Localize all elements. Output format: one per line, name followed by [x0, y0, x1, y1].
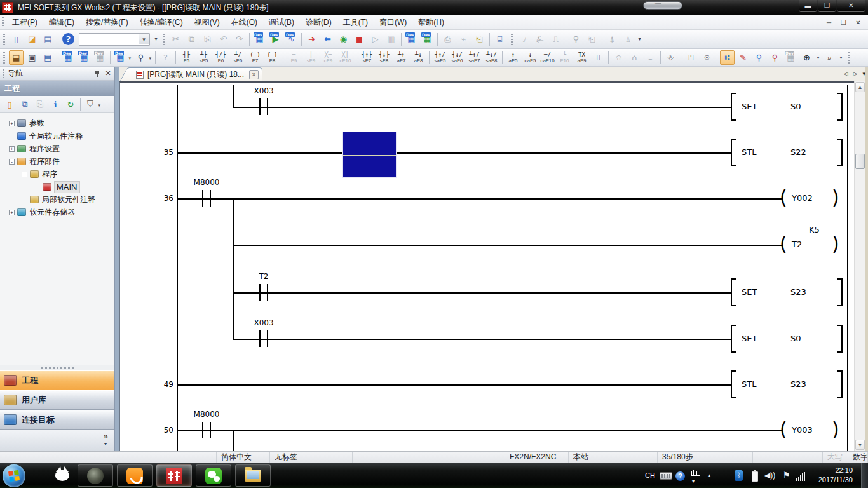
copy-data-icon[interactable]: ⧉ [18, 97, 32, 111]
graph-down-icon[interactable]: ⍙ [621, 32, 635, 46]
ladder-editor-canvas[interactable]: 35364950X003M8000T2X003M8000()Y002()T2K5… [119, 81, 854, 451]
ladder-symbol-caF10[interactable]: ─/caF10 [539, 50, 556, 65]
trace-find-icon[interactable]: ⚲ [569, 32, 583, 46]
menu-7[interactable]: 诊断(D) [300, 16, 337, 29]
sampling-trace-icon[interactable]: ⍻ [517, 32, 531, 46]
read-search-icon[interactable]: ⚲ [752, 50, 766, 65]
vertical-scrollbar[interactable]: ▲ ▼ [854, 81, 865, 451]
trace-window-icon[interactable]: ⎗ [585, 32, 599, 46]
ladder-symbol-aF8[interactable]: ┴↓aF8 [410, 50, 427, 65]
language-indicator[interactable]: CH [645, 471, 655, 479]
view-selector-more[interactable]: » ▾ [0, 430, 114, 451]
cross-reference-icon[interactable]: ⌕ [822, 50, 837, 65]
monitor-pause-icon[interactable]: ▷ [368, 32, 383, 46]
bluetooth-icon[interactable]: ᛒ [735, 470, 743, 481]
ladder-symbol-aF7[interactable]: ┴↑aF7 [393, 50, 410, 65]
taskbar-foobar2000[interactable] [44, 464, 80, 487]
cut-icon[interactable]: ✂ [168, 32, 183, 46]
mdi-minimize-button[interactable]: ─ [823, 17, 835, 28]
tab-close-icon[interactable]: × [249, 70, 259, 79]
paste-icon[interactable]: ⎘ [200, 32, 215, 46]
nav-button-connection[interactable]: 连接目标 [0, 410, 114, 430]
device-ccl-icon[interactable]: ▦Dev [93, 50, 107, 65]
system-monitor-icon[interactable]: ⌸ [492, 32, 507, 46]
collapse-icon[interactable]: - [9, 159, 15, 165]
help-question-icon[interactable]: ? [158, 50, 173, 65]
monitor-cond-icon[interactable]: ▥ [384, 32, 398, 46]
show-desktop-button[interactable] [861, 463, 868, 488]
device-find-icon[interactable]: ⚲▾ [133, 50, 148, 65]
ladder-symbol-aF9[interactable]: TXaF9 [574, 50, 590, 65]
menu-3[interactable]: 转换/编译(C) [134, 16, 189, 29]
ladder-symbol-cF10[interactable]: ╳│cF10 [337, 50, 354, 65]
menu-1[interactable]: 编辑(E) [43, 16, 80, 29]
expand-icon[interactable]: + [9, 121, 15, 126]
write-to-plc-icon[interactable]: ➜ [304, 32, 319, 46]
device-test-icon[interactable]: ∿Dev [284, 32, 299, 46]
ladder-symbol-sF5[interactable]: ┴├sF5 [196, 50, 212, 65]
realtime-monitor-icon[interactable]: ⍼ [532, 32, 547, 46]
tree-item-程序[interactable]: -程序 [0, 168, 114, 180]
copy-icon[interactable]: ⧉ [184, 32, 199, 46]
read-mode-icon[interactable]: ⌂ [627, 50, 642, 65]
monitor-start-icon[interactable]: ◉ [336, 32, 351, 46]
expand-icon[interactable]: + [9, 146, 15, 152]
ladder-symbol-sF8[interactable]: ┤↓├sF8 [376, 50, 393, 65]
menu-5[interactable]: 在线(O) [226, 16, 263, 29]
scroll-down-icon[interactable]: ▼ [855, 440, 865, 450]
sort-filter-icon[interactable]: ⛉▾ [83, 97, 97, 111]
device-comment-icon[interactable]: ▦Dev [252, 32, 267, 46]
read-from-plc-icon[interactable]: ⬅ [320, 32, 335, 46]
verify-icon[interactable]: ⎙ [440, 32, 455, 46]
close-button[interactable]: ✕ [837, 0, 865, 12]
stop-watch-icon[interactable]: ▦Dev [420, 32, 435, 46]
ladder-symbol-F9[interactable]: ─F9 [286, 50, 302, 65]
tab-scroll-left-icon[interactable]: ◁ [844, 71, 848, 77]
write-search-icon[interactable]: ⚲ [768, 50, 782, 65]
save-project-icon[interactable]: ▤ [41, 32, 55, 46]
tree-item-MAIN[interactable]: MAIN [0, 180, 114, 193]
nav-button-project[interactable]: 工程 [0, 370, 114, 390]
watch-window-icon[interactable]: ▦Dev▾ [113, 50, 128, 65]
taskbar-wechat[interactable] [196, 464, 231, 487]
ladder-symbol-saF8[interactable]: ┴↓/saF8 [484, 50, 500, 65]
ladder-symbol-F5[interactable]: ┤├F5 [179, 50, 195, 65]
expand-icon[interactable]: + [9, 210, 15, 215]
splitter-handle[interactable] [0, 365, 114, 370]
volume-icon[interactable]: ◀)) [764, 471, 775, 480]
refresh-view-icon[interactable]: ↻ [64, 97, 78, 111]
mdi-restore-button[interactable]: ❐ [837, 17, 850, 28]
data-property-icon[interactable]: ℹ [48, 97, 62, 111]
network-signal-icon[interactable] [796, 472, 805, 481]
ladder-symbol-caF5[interactable]: ↓caF5 [522, 50, 539, 65]
menu-0[interactable]: 工程(P) [6, 16, 43, 29]
toolbar-overflow-icon[interactable]: ▾ [815, 51, 822, 65]
restore-button[interactable]: ❐ [818, 0, 836, 12]
statement-edit-icon[interactable]: ⎀ [663, 50, 678, 65]
ladder-symbol-saF6[interactable]: ┤↓/saF6 [449, 50, 466, 65]
dev-display-icon[interactable]: ▦Dev [783, 50, 798, 65]
scroll-up-icon[interactable]: ▲ [855, 82, 865, 92]
battery-icon[interactable] [752, 471, 758, 482]
panel-close-icon[interactable]: ✕ [104, 69, 112, 78]
taskbar-game[interactable] [78, 464, 113, 487]
tree-item-参数[interactable]: +参数 [0, 117, 114, 130]
start-button[interactable] [3, 464, 25, 487]
panel-splitter[interactable] [115, 67, 119, 451]
ime-help-icon[interactable]: ? [675, 471, 685, 481]
graph-up-icon[interactable]: ⍋ [605, 32, 620, 46]
tree-item-全局软元件注释[interactable]: 全局软元件注释 [0, 130, 114, 142]
ladder-symbol-aF5[interactable]: ↑aF5 [505, 50, 522, 65]
ladder-symbol-F6[interactable]: ┤/├F6 [213, 50, 229, 65]
remote-op-icon[interactable]: ⌁ [456, 32, 471, 46]
paste-data-icon[interactable]: ⎘ [33, 97, 47, 111]
zoom-icon[interactable]: ⊕ [799, 50, 814, 65]
tray-expand-icon[interactable]: ▲ [707, 473, 712, 478]
tree-item-局部软元件注释[interactable]: 局部软元件注释 [0, 193, 114, 206]
toolbar-overflow-icon[interactable]: ▾ [837, 51, 844, 65]
pulse-monitor-icon[interactable]: ⎍ [548, 32, 563, 46]
tab-scroll-right-icon[interactable]: ▷ [853, 71, 858, 77]
tree-item-程序部件[interactable]: -程序部件 [0, 155, 114, 168]
ladder-edit-icon[interactable]: ⍾ [611, 50, 626, 65]
menu-6[interactable]: 调试(B) [263, 16, 300, 29]
